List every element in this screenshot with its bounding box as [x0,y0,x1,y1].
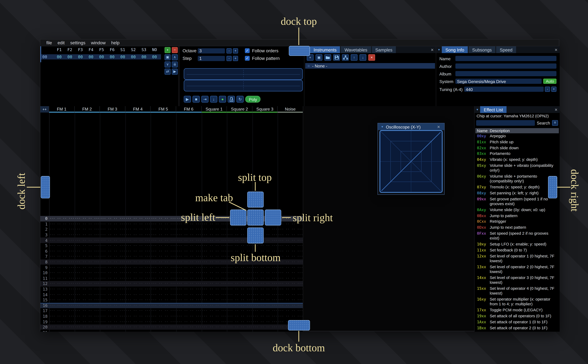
pattern-cell[interactable]: ··· ·· ·· ··· [176,228,202,231]
pattern-cell[interactable]: ··· ·· ·· ··· [278,314,303,318]
pattern-cell[interactable]: ··· ·· ·· ··· [100,260,126,264]
pattern-cell[interactable]: ··· ·· ·· ··· [75,282,100,286]
pattern-cell[interactable]: ··· ·· ·· ··· [278,244,303,247]
pattern-cell[interactable]: ··· ·· ·· ··· [151,266,176,269]
close-icon[interactable]: × [552,106,560,113]
order-cell[interactable]: 00 [65,55,75,59]
channel-header[interactable]: FM 5 [151,106,176,113]
pattern-cell[interactable]: ··· ·· ·· ··· [100,309,126,313]
tab-song-info[interactable]: Song Info [442,46,468,53]
pattern-cell[interactable]: ··· ·· ·· ··· [252,287,278,291]
pattern-cell[interactable]: ··· ·· ·· ··· [202,228,227,231]
instrument-duplicate-button[interactable]: ▣ [316,54,322,61]
pattern-cell[interactable]: ··· ·· ·· ··· [227,266,252,269]
pattern-cell[interactable]: ··· ·· ·· ··· [75,255,100,258]
pattern-cell[interactable]: ··· ·· ·· ··· [125,260,151,264]
pattern-cell[interactable]: ··· ·· ·· ··· [151,276,176,280]
effect-row[interactable]: 19xx Set attack of all operators (0 to 1… [475,313,559,319]
pattern-cell[interactable]: ··· ·· ·· ··· [278,304,303,307]
octave-increase-button[interactable]: + [233,48,238,53]
pattern-cell[interactable]: ··· ·· ·· ··· [75,249,100,253]
pattern-cell[interactable]: ··· ·· ·· ··· [100,255,126,258]
order-move-up-button[interactable]: ∧ [172,54,178,60]
pattern-cell[interactable]: ··· ·· ·· ··· [202,255,227,258]
effect-row[interactable]: 02xx Pitch slide down [475,145,559,151]
pattern-cell[interactable]: ··· ·· ·· ··· [125,249,151,253]
follow-orders-checkbox[interactable]: ✓ [245,48,250,53]
dock-top-target[interactable] [289,46,310,56]
pattern-row[interactable]: 5 ··· ·· ·· ··· ··· ·· ·· ··· ··· ·· ·· … [40,243,303,248]
pattern-cell[interactable]: ··· ·· ·· ··· [227,304,252,307]
pattern-cell[interactable]: ··· ·· ·· ··· [100,217,126,221]
pattern-cell[interactable]: ··· ·· ·· ··· [75,304,100,307]
menu-item[interactable]: help [108,40,122,45]
pattern-cell[interactable]: ··· ·· ·· ··· [202,233,227,237]
effect-row[interactable]: 1Bxx Set attack of operator 2 (0 to 1F) [475,325,559,331]
pattern-cell[interactable]: ··· ·· ·· ··· [227,325,252,329]
pattern-cell[interactable]: ··· ·· ·· ··· [49,325,75,329]
dock-bottom-target[interactable] [288,320,310,331]
channel-header[interactable]: Square 2 [227,106,252,113]
author-input[interactable] [455,64,556,69]
menu-item[interactable]: file [44,40,55,45]
pattern-cell[interactable]: ··· ·· ·· ··· [278,266,303,269]
pattern-cell[interactable]: ··· ·· ·· ··· [75,266,100,269]
order-duplicate-end-button[interactable]: ⇊ [172,61,178,67]
pattern-cell[interactable]: ··· ·· ·· ··· [49,331,75,332]
pattern-row[interactable]: 21 ··· ·· ·· ··· ··· ·· ·· ··· ··· ·· ··… [40,330,303,332]
effect-row[interactable]: 14xx Set level of operator 3 (0 highest,… [475,275,559,286]
pattern-cell[interactable]: ··· ·· ·· ··· [100,325,126,329]
pattern-cell[interactable]: ··· ·· ·· ··· [125,255,151,258]
tab-effect-list[interactable]: Effect List [480,106,507,113]
pattern-cell[interactable]: ··· ·· ·· ··· [252,331,278,332]
pattern-cell[interactable]: ··· ·· ·· ··· [151,255,176,258]
pattern-cell[interactable]: ··· ·· ·· ··· [100,287,126,291]
tuning-decrease-button[interactable]: - [545,87,550,92]
pattern-cell[interactable]: ··· ·· ·· ··· [202,309,227,313]
pattern-cell[interactable]: ··· ·· ·· ··· [75,276,100,280]
order-row[interactable]: 00 00000000000000000000 [41,54,161,59]
pattern-cell[interactable]: ··· ·· ·· ··· [176,239,202,242]
pattern-cell[interactable]: ··· ·· ·· ··· [75,325,100,329]
pattern-cell[interactable]: ··· ·· ·· ··· [278,249,303,253]
pattern-cell[interactable]: ··· ·· ·· ··· [75,314,100,318]
pattern-cell[interactable]: ··· ·· ·· ··· [252,320,278,324]
pattern-cell[interactable]: ··· ·· ·· ··· [151,260,176,264]
effect-row[interactable]: 0Dxx Jump to next pattern [475,225,559,231]
pattern-cell[interactable]: ··· ·· ·· ··· [49,228,75,231]
pattern-cell[interactable]: ··· ·· ·· ··· [252,266,278,269]
pattern-cell[interactable]: ··· ·· ·· ··· [100,239,126,242]
effect-row[interactable]: 0Cxx Retrigger [475,219,559,225]
hamburger-menu-icon[interactable]: ≡ [552,120,558,126]
pattern-cell[interactable]: ··· ·· ·· ··· [49,255,75,258]
pattern-cell[interactable]: ··· ·· ·· ··· [151,293,176,296]
pattern-cell[interactable]: ··· ·· ·· ··· [151,314,176,318]
pattern-cell[interactable]: ··· ·· ·· ··· [252,276,278,280]
split-left-target[interactable] [230,209,246,226]
pattern-cell[interactable]: ··· ·· ·· ··· [176,260,202,264]
pattern-cell[interactable]: ··· ·· ·· ··· [176,298,202,302]
edit-record-button[interactable]: ● [219,96,226,103]
pattern-cell[interactable]: ··· ·· ·· ··· [227,331,252,332]
channel-header[interactable]: FM 4 [125,106,151,113]
split-top-target[interactable] [247,192,264,208]
channel-header[interactable]: Square 1 [202,106,227,113]
pattern-cell[interactable]: ··· ·· ·· ··· [151,217,176,221]
pattern-cell[interactable]: ··· ·· ·· ··· [227,287,252,291]
pattern-cell[interactable]: ··· ·· ·· ··· [252,271,278,275]
pattern-cell[interactable]: ··· ·· ·· ··· [202,271,227,275]
pattern-cell[interactable]: ··· ·· ·· ··· [49,309,75,313]
channel-header[interactable]: FM 6 [176,106,202,113]
order-edit-mode-button[interactable]: ▶ [172,69,178,75]
pattern-cell[interactable]: ··· ·· ·· ··· [125,320,151,324]
window-menu-icon[interactable]: ▼ [436,46,442,53]
effect-row[interactable]: 03xx Portamento [475,151,559,157]
pattern-cell[interactable]: ··· ·· ·· ··· [49,293,75,296]
menu-item[interactable]: settings [67,40,88,45]
pattern-cell[interactable]: ··· ·· ·· ··· [125,271,151,275]
pattern-cell[interactable]: ··· ·· ·· ··· [151,249,176,253]
repeat-pattern-button[interactable]: ↻ [237,96,244,103]
pattern-cell[interactable]: ··· ·· ·· ··· [176,266,202,269]
pattern-cell[interactable]: ··· ·· ·· ··· [49,304,75,307]
order-duplicate-button[interactable]: ▣ [165,54,171,60]
